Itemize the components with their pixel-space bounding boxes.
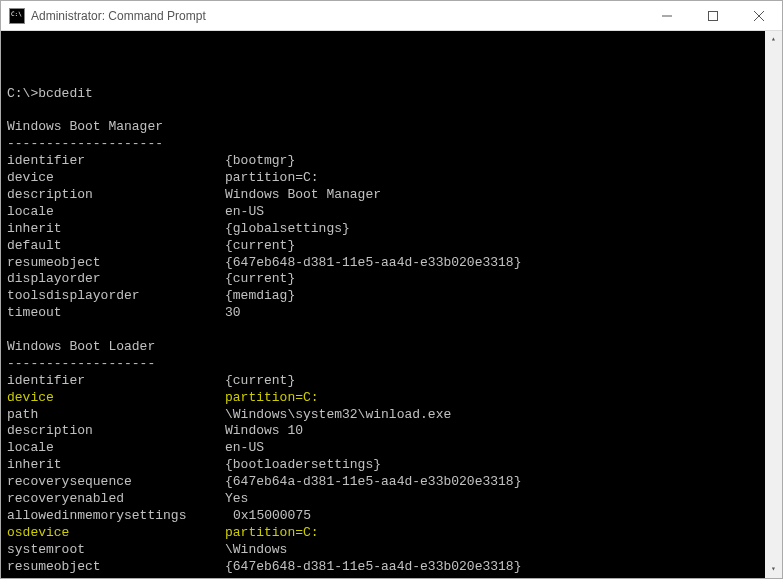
section-divider: -------------------- xyxy=(7,136,758,153)
row-value: {647eb648-d381-11e5-aa4d-e33b020e3318} xyxy=(225,255,521,272)
output-row: inherit{globalsettings} xyxy=(7,221,758,238)
row-value: partition=C: xyxy=(225,525,319,542)
output-row: recoverysequence{647eb64a-d381-11e5-aa4d… xyxy=(7,474,758,491)
scroll-up-icon[interactable]: ▴ xyxy=(765,31,782,48)
row-value: Windows Boot Manager xyxy=(225,187,381,204)
row-value: 0x15000075 xyxy=(233,508,311,525)
row-value: OptIn xyxy=(225,576,264,579)
row-value: {647eb648-d381-11e5-aa4d-e33b020e3318} xyxy=(225,559,521,576)
output-row: localeen-US xyxy=(7,440,758,457)
prompt-command: C:\>bcdedit xyxy=(7,86,758,103)
output-row: localeen-US xyxy=(7,204,758,221)
console-area[interactable]: C:\>bcdedit Windows Boot Manager--------… xyxy=(1,31,782,578)
row-value: {current} xyxy=(225,271,295,288)
scroll-track[interactable] xyxy=(765,48,782,561)
svg-rect-1 xyxy=(709,11,718,20)
output-row: devicepartition=C: xyxy=(7,390,758,407)
output-row: recoveryenabledYes xyxy=(7,491,758,508)
row-key: inherit xyxy=(7,221,225,238)
row-key: displayorder xyxy=(7,271,225,288)
minimize-button[interactable] xyxy=(644,1,690,30)
cmd-icon xyxy=(9,8,25,24)
row-key: toolsdisplayorder xyxy=(7,288,225,305)
output-row: systemroot\Windows xyxy=(7,542,758,559)
row-value: {current} xyxy=(225,373,295,390)
row-key: default xyxy=(7,238,225,255)
output-row: identifier{bootmgr} xyxy=(7,153,758,170)
row-key: timeout xyxy=(7,305,225,322)
section-header: Windows Boot Loader xyxy=(7,339,758,356)
output-row: resumeobject{647eb648-d381-11e5-aa4d-e33… xyxy=(7,559,758,576)
row-value: en-US xyxy=(225,440,264,457)
window-controls xyxy=(644,1,782,30)
row-key: systemroot xyxy=(7,542,225,559)
close-button[interactable] xyxy=(736,1,782,30)
output-row: allowedinmemorysettings0x15000075 xyxy=(7,508,758,525)
output-row: default{current} xyxy=(7,238,758,255)
row-value: 30 xyxy=(225,305,241,322)
output-row: displayorder{current} xyxy=(7,271,758,288)
output-row: path\Windows\system32\winload.exe xyxy=(7,407,758,424)
row-key: locale xyxy=(7,204,225,221)
output-row: timeout30 xyxy=(7,305,758,322)
command-prompt-window: Administrator: Command Prompt C:\>bcdedi… xyxy=(0,0,783,579)
row-key: inherit xyxy=(7,457,225,474)
row-value: {current} xyxy=(225,238,295,255)
row-key: description xyxy=(7,187,225,204)
row-key: description xyxy=(7,423,225,440)
output-row: identifier{current} xyxy=(7,373,758,390)
section-header: Windows Boot Manager xyxy=(7,119,758,136)
row-value: Yes xyxy=(225,491,248,508)
row-key: path xyxy=(7,407,225,424)
row-key: device xyxy=(7,170,225,187)
row-value: en-US xyxy=(225,204,264,221)
row-key: identifier xyxy=(7,153,225,170)
output-row: osdevicepartition=C: xyxy=(7,525,758,542)
scroll-down-icon[interactable]: ▾ xyxy=(765,561,782,578)
row-key: recoverysequence xyxy=(7,474,225,491)
row-value: {globalsettings} xyxy=(225,221,350,238)
output-row: resumeobject{647eb648-d381-11e5-aa4d-e33… xyxy=(7,255,758,272)
row-key: resumeobject xyxy=(7,255,225,272)
scrollbar[interactable]: ▴ ▾ xyxy=(765,31,782,578)
row-value: partition=C: xyxy=(225,390,319,407)
row-key: resumeobject xyxy=(7,559,225,576)
output-row: toolsdisplayorder{memdiag} xyxy=(7,288,758,305)
row-key: locale xyxy=(7,440,225,457)
section-divider: ------------------- xyxy=(7,356,758,373)
row-value: \Windows xyxy=(225,542,287,559)
row-key: allowedinmemorysettings xyxy=(7,508,233,525)
window-title: Administrator: Command Prompt xyxy=(31,9,644,23)
row-key: osdevice xyxy=(7,525,225,542)
row-key: nx xyxy=(7,576,225,579)
row-value: partition=C: xyxy=(225,170,319,187)
row-value: \Windows\system32\winload.exe xyxy=(225,407,451,424)
row-key: device xyxy=(7,390,225,407)
output-row: devicepartition=C: xyxy=(7,170,758,187)
row-value: Windows 10 xyxy=(225,423,303,440)
output-row: descriptionWindows Boot Manager xyxy=(7,187,758,204)
output-row: nxOptIn xyxy=(7,576,758,579)
row-key: identifier xyxy=(7,373,225,390)
row-value: {647eb64a-d381-11e5-aa4d-e33b020e3318} xyxy=(225,474,521,491)
output-row: descriptionWindows 10 xyxy=(7,423,758,440)
maximize-button[interactable] xyxy=(690,1,736,30)
titlebar: Administrator: Command Prompt xyxy=(1,1,782,31)
output-row: inherit{bootloadersettings} xyxy=(7,457,758,474)
row-key: recoveryenabled xyxy=(7,491,225,508)
row-value: {bootmgr} xyxy=(225,153,295,170)
row-value: {memdiag} xyxy=(225,288,295,305)
row-value: {bootloadersettings} xyxy=(225,457,381,474)
